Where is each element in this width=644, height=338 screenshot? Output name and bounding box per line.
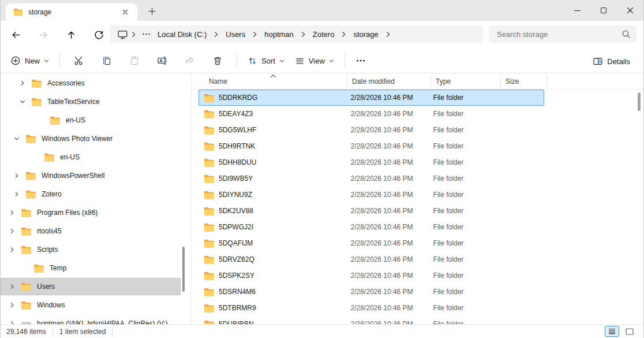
breadcrumb-chevron-icon[interactable] xyxy=(213,31,219,38)
new-plus-icon xyxy=(10,55,21,66)
file-row[interactable]: 5DIYNU9Z2/28/2026 10:46 PMFile folder xyxy=(199,187,544,203)
chevron-right-icon[interactable] xyxy=(9,284,15,289)
file-list-scrollbar-thumb[interactable] xyxy=(638,92,641,111)
tree-expand-chevron[interactable] xyxy=(9,228,16,235)
up-button[interactable] xyxy=(57,25,85,44)
file-row[interactable]: 5DDRKRDG2/28/2026 10:46 PMFile folder xyxy=(199,90,544,106)
tree-expand-chevron[interactable] xyxy=(9,320,16,324)
breadcrumb-segment[interactable]: Local Disk (C:) xyxy=(153,28,211,40)
sidebar-item[interactable]: en-US xyxy=(1,148,181,166)
tab-storage[interactable]: storage xyxy=(6,3,137,21)
view-button[interactable]: View xyxy=(290,51,339,70)
tree-expand-chevron[interactable] xyxy=(13,135,20,142)
maximize-button[interactable] xyxy=(590,0,617,21)
file-row[interactable]: 5DTBRMR92/28/2026 10:46 PMFile folder xyxy=(199,300,544,316)
sidebar-item[interactable]: Temp xyxy=(1,259,181,277)
sidebar-item[interactable]: TableTextService xyxy=(1,93,181,110)
refresh-button[interactable] xyxy=(85,25,113,44)
chevron-down-icon[interactable] xyxy=(20,99,25,105)
close-window-button[interactable] xyxy=(617,0,643,21)
delete-button[interactable] xyxy=(204,51,231,70)
chevron-right-icon[interactable] xyxy=(14,173,20,179)
tree-expand-chevron[interactable] xyxy=(19,98,26,105)
file-row[interactable]: 5DEAY4Z32/28/2026 10:46 PMFile folder xyxy=(199,106,544,122)
chevron-down-icon[interactable] xyxy=(14,136,20,142)
minimize-button[interactable] xyxy=(564,0,590,21)
cut-button[interactable] xyxy=(65,51,93,70)
file-row[interactable]: 5DUBIRBN2/28/2026 10:46 PMFile folder xyxy=(199,316,544,324)
chevron-right-icon[interactable] xyxy=(9,302,15,308)
new-tab-button[interactable] xyxy=(144,4,160,18)
back-button[interactable] xyxy=(2,25,29,44)
address-bar[interactable]: Local Disk (C:)UsershoptmanZoterostorage xyxy=(110,25,483,43)
tree-expand-chevron[interactable] xyxy=(13,191,20,198)
file-row[interactable]: 5DSRN4M62/28/2026 10:46 PMFile folder xyxy=(199,284,544,300)
chevron-right-icon[interactable] xyxy=(14,191,20,197)
column-header-date-modified[interactable]: Date modified xyxy=(347,75,431,88)
tree-expand-chevron[interactable] xyxy=(9,283,16,290)
breadcrumb-overflow-button[interactable] xyxy=(139,31,153,37)
file-row[interactable]: 5DPWGJ2I2/28/2026 10:46 PMFile folder xyxy=(199,219,544,235)
sort-button[interactable]: Sort xyxy=(242,51,290,70)
file-row[interactable]: 5DG5WLHF2/28/2026 10:46 PMFile folder xyxy=(199,122,544,138)
file-row[interactable]: 5DSPK2SY2/28/2026 10:46 PMFile folder xyxy=(199,268,544,284)
this-pc-monitor-icon[interactable] xyxy=(117,29,128,39)
breadcrumb-segment[interactable]: Zotero xyxy=(309,28,339,40)
file-row[interactable]: 5DHH8DUU2/28/2026 10:46 PMFile folder xyxy=(199,154,544,170)
chevron-right-icon[interactable] xyxy=(20,80,25,86)
share-button[interactable] xyxy=(176,51,204,70)
sidebar-item[interactable]: Accessories xyxy=(1,75,181,92)
details-view-toggle[interactable] xyxy=(605,326,619,337)
breadcrumb-segment[interactable]: storage xyxy=(349,28,382,40)
sidebar-item[interactable]: Users xyxy=(1,278,181,295)
sidebar-item[interactable]: Windows xyxy=(1,296,181,314)
breadcrumb-chevron-icon[interactable] xyxy=(130,31,137,38)
chevron-right-icon[interactable] xyxy=(9,210,15,216)
rename-button[interactable] xyxy=(148,51,176,70)
file-row[interactable]: 5DI9WB5Y2/28/2026 10:46 PMFile folder xyxy=(199,170,544,187)
sidebar-item[interactable]: en-US xyxy=(1,112,181,129)
search-input[interactable] xyxy=(497,30,621,39)
tree-expand-chevron[interactable] xyxy=(9,302,16,309)
file-row[interactable]: 5DH9RTNK2/28/2026 10:46 PMFile folder xyxy=(199,138,544,154)
tree-expand-chevron[interactable] xyxy=(9,209,16,216)
copy-button[interactable] xyxy=(93,51,121,70)
breadcrumb-chevron-icon[interactable] xyxy=(385,31,391,38)
sidebar-item[interactable]: Zotero xyxy=(1,185,181,203)
chevron-right-icon[interactable] xyxy=(9,247,15,252)
file-name-cell: 5DK2UV88 xyxy=(199,207,346,216)
tree-expand-chevron[interactable] xyxy=(19,80,26,87)
file-row[interactable]: 5DK2UV882/28/2026 10:46 PMFile folder xyxy=(199,203,544,219)
breadcrumb-segment[interactable]: hoptman xyxy=(260,28,298,40)
sidebar-item[interactable]: Scripts xyxy=(1,241,181,258)
tree-expand-chevron[interactable] xyxy=(9,246,16,253)
address-row: Local Disk (C:)UsershoptmanZoterostorage xyxy=(1,21,643,49)
breadcrumb-segment[interactable]: Users xyxy=(222,28,249,40)
breadcrumb-chevron-icon[interactable] xyxy=(252,31,258,38)
sidebar-item[interactable]: Program Files (x86) xyxy=(1,204,181,221)
paste-button[interactable] xyxy=(121,51,148,70)
file-row[interactable]: 5DRVZ62Q2/28/2026 10:46 PMFile folder xyxy=(199,251,544,268)
more-options-button[interactable] xyxy=(350,51,371,70)
sidebar-item[interactable]: rtools45 xyxy=(1,222,181,240)
tree-expand-chevron[interactable] xyxy=(13,172,20,179)
sidebar-item[interactable]: WindowsPowerShell xyxy=(1,167,181,184)
column-header-size[interactable]: Size xyxy=(501,75,548,88)
forward-button[interactable] xyxy=(29,25,57,44)
sidebar-item[interactable]: Windows Photo Viewer xyxy=(1,130,181,147)
file-row[interactable]: 5DQAFIJM2/28/2026 10:46 PMFile folder xyxy=(199,235,544,251)
new-button[interactable]: New xyxy=(5,51,54,70)
details-pane-button[interactable]: Details xyxy=(587,51,635,71)
tab-close-button[interactable] xyxy=(119,6,132,18)
icons-view-toggle[interactable] xyxy=(622,326,636,337)
breadcrumb-chevron-icon[interactable] xyxy=(300,31,306,38)
breadcrumb-chevron-icon[interactable] xyxy=(340,31,347,38)
file-date-modified: 2/28/2026 10:46 PM xyxy=(346,239,429,247)
column-header-type[interactable]: Type xyxy=(431,75,501,88)
search-icon[interactable] xyxy=(621,29,631,39)
search-box[interactable] xyxy=(489,25,636,43)
chevron-right-icon[interactable] xyxy=(9,228,15,234)
sidebar-scrollbar-thumb[interactable] xyxy=(182,247,185,292)
sidebar-item[interactable]: hoptman (\\NKI_hdsp\HIPAA_ClinRes) (V:) xyxy=(1,315,181,324)
sort-ascending-icon[interactable] xyxy=(270,74,276,78)
